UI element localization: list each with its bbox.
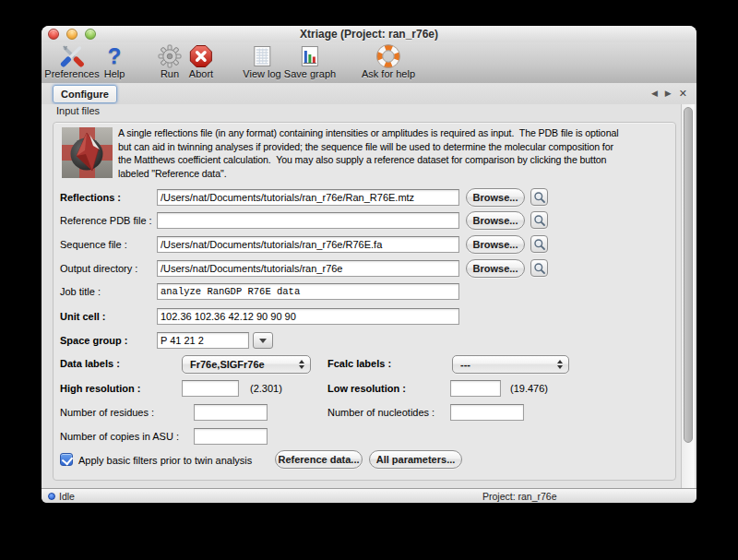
high-resolution-label: High resolution : xyxy=(60,380,140,397)
num-copies-asu-input[interactable] xyxy=(194,428,268,445)
reference-pdb-browse-button[interactable]: Browse... xyxy=(466,211,525,230)
sequence-file-input[interactable] xyxy=(157,236,459,253)
reference-pdb-inspect-button[interactable] xyxy=(530,211,548,229)
ask-for-help-button[interactable]: Ask for help xyxy=(362,43,415,79)
scrollbar-thumb[interactable] xyxy=(684,107,693,443)
magnifier-icon xyxy=(533,262,546,275)
tab-scroll-left-icon[interactable]: ◀ xyxy=(651,87,658,100)
output-directory-inspect-button[interactable] xyxy=(530,259,548,277)
abort-stop-icon xyxy=(189,43,213,68)
run-gear-icon xyxy=(158,43,182,68)
high-resolution-hint: (2.301) xyxy=(250,380,282,397)
sequence-file-label: Sequence file : xyxy=(60,236,127,253)
apply-filters-label: Apply basic filters prior to twin analys… xyxy=(78,452,252,469)
magnifier-icon xyxy=(533,191,546,204)
view-log-label: View log xyxy=(243,68,280,79)
sequence-file-inspect-button[interactable] xyxy=(530,235,548,253)
all-parameters-button[interactable]: All parameters... xyxy=(369,450,462,469)
fcalc-labels-value: --- xyxy=(460,359,470,370)
toolbar: Preferences ? Help xyxy=(42,42,696,84)
save-graph-label: Save graph xyxy=(284,68,336,79)
num-residues-input[interactable] xyxy=(194,404,268,421)
tab-configure[interactable]: Configure xyxy=(53,85,117,103)
help-question-icon: ? xyxy=(104,43,125,68)
num-copies-asu-label: Number of copies in ASU : xyxy=(60,428,179,445)
abort-label: Abort xyxy=(189,68,213,79)
reflections-browse-button[interactable]: Browse... xyxy=(466,188,525,207)
minimize-window-button[interactable] xyxy=(66,29,77,40)
vertical-scrollbar[interactable] xyxy=(681,104,695,488)
unit-cell-label: Unit cell : xyxy=(60,308,106,325)
sequence-file-browse-button[interactable]: Browse... xyxy=(466,235,525,254)
fcalc-labels-popup[interactable]: --- xyxy=(452,355,569,374)
abort-button[interactable]: Abort xyxy=(189,43,213,79)
output-directory-browse-button[interactable]: Browse... xyxy=(466,259,525,278)
fcalc-labels-label: Fcalc labels : xyxy=(327,355,391,372)
help-label: Help xyxy=(104,68,125,79)
job-title-label: Job title : xyxy=(60,283,101,300)
stepper-arrows-icon xyxy=(299,360,304,369)
run-button[interactable]: Run xyxy=(158,43,182,79)
magnifier-icon xyxy=(533,214,546,227)
bar-chart-icon xyxy=(284,43,336,68)
tab-navigation: ◀ ▶ ✕ xyxy=(651,87,687,100)
log-document-icon xyxy=(243,43,280,68)
num-residues-label: Number of residues : xyxy=(60,404,154,421)
xtriage-crystal-icon xyxy=(62,127,113,178)
help-button[interactable]: ? Help xyxy=(104,43,125,79)
reflections-input[interactable] xyxy=(157,189,459,206)
high-resolution-input[interactable] xyxy=(182,380,239,397)
low-resolution-label: Low resolution : xyxy=(327,380,406,397)
output-directory-label: Output directory : xyxy=(60,260,137,277)
num-nucleotides-label: Number of nucleotides : xyxy=(327,404,434,421)
reference-pdb-label: Reference PDB file : xyxy=(60,212,152,229)
input-files-description: A single reflections file (in any format… xyxy=(118,126,673,180)
tab-close-icon[interactable]: ✕ xyxy=(679,87,687,100)
ask-for-help-label: Ask for help xyxy=(362,68,415,79)
run-label: Run xyxy=(158,68,182,79)
space-group-label: Space group : xyxy=(60,332,127,349)
lifebuoy-icon xyxy=(362,43,415,68)
space-group-combo-input[interactable] xyxy=(157,332,249,349)
status-project: Project: ran_r76e xyxy=(482,490,557,503)
status-text: Idle xyxy=(59,490,75,503)
tab-scroll-right-icon[interactable]: ▶ xyxy=(665,87,672,100)
num-nucleotides-input[interactable] xyxy=(450,404,524,421)
data-labels-value: Fr76e,SIGFr76e xyxy=(190,359,265,370)
configure-panel: Input files xyxy=(42,104,696,488)
window-title: Xtriage (Project: ran_r76e) xyxy=(42,26,696,42)
app-window: Xtriage (Project: ran_r76e) Preferences … xyxy=(42,26,696,503)
preferences-button[interactable]: Preferences xyxy=(44,43,99,79)
chevron-down-icon xyxy=(259,339,267,343)
tab-bar: Configure ◀ ▶ ✕ xyxy=(42,83,696,105)
status-indicator-dot xyxy=(48,493,55,500)
reflections-inspect-button[interactable] xyxy=(530,188,548,206)
zoom-window-button[interactable] xyxy=(85,29,96,40)
space-group-dropdown-button[interactable] xyxy=(253,332,273,349)
output-directory-input[interactable] xyxy=(157,260,459,277)
reference-pdb-input[interactable] xyxy=(157,212,459,229)
reflections-label: Reflections : xyxy=(60,189,121,206)
low-resolution-input[interactable] xyxy=(450,380,501,397)
preferences-tools-icon xyxy=(44,43,99,68)
preferences-label: Preferences xyxy=(44,68,99,79)
data-labels-popup[interactable]: Fr76e,SIGFr76e xyxy=(182,355,311,374)
unit-cell-input[interactable] xyxy=(157,308,459,325)
status-bar: Idle Project: ran_r76e xyxy=(42,488,696,503)
apply-filters-checkbox[interactable] xyxy=(60,453,73,466)
reference-data-button[interactable]: Reference data... xyxy=(275,450,363,469)
window-controls xyxy=(48,29,96,40)
job-title-input[interactable] xyxy=(157,283,459,300)
save-graph-button[interactable]: Save graph xyxy=(284,43,336,79)
data-labels-label: Data labels : xyxy=(60,355,120,372)
desktop: { "window": { "title": "Xtriage (Project… xyxy=(0,0,738,560)
checkmark-icon xyxy=(62,454,74,466)
magnifier-icon xyxy=(533,238,546,251)
input-files-group-label: Input files xyxy=(56,105,100,116)
title-bar[interactable]: Xtriage (Project: ran_r76e) xyxy=(42,26,696,43)
view-log-button[interactable]: View log xyxy=(243,43,280,79)
low-resolution-hint: (19.476) xyxy=(510,380,548,397)
close-window-button[interactable] xyxy=(48,29,59,40)
stepper-arrows-icon xyxy=(557,360,563,369)
